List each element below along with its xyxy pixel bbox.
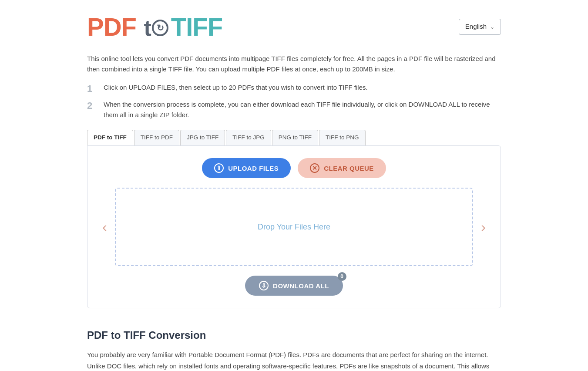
logo-tiff: TIFF bbox=[171, 8, 222, 46]
upload-label: UPLOAD FILES bbox=[228, 165, 279, 172]
clear-icon: ✕ bbox=[310, 163, 319, 173]
section-title: PDF to TIFF Conversion bbox=[87, 327, 501, 343]
clear-queue-button[interactable]: ✕ CLEAR QUEUE bbox=[298, 158, 386, 178]
drop-zone[interactable]: Drop Your Files Here bbox=[115, 188, 474, 266]
download-row: ⇩ DOWNLOAD ALL 0 bbox=[98, 276, 490, 296]
download-count-badge: 0 bbox=[338, 272, 346, 281]
site-logo: PDF t ↻ TIFF bbox=[87, 8, 222, 46]
download-icon: ⇩ bbox=[259, 281, 269, 290]
drop-zone-container: ‹ Drop Your Files Here › bbox=[98, 188, 490, 266]
description-text: This online tool lets you convert PDF do… bbox=[87, 54, 501, 74]
language-label: English bbox=[465, 22, 487, 32]
chevron-down-icon: ⌄ bbox=[490, 23, 494, 31]
tab-tiff-to-pdf[interactable]: TIFF to PDF bbox=[134, 130, 179, 145]
step-2: 2 When the conversion process is complet… bbox=[87, 99, 501, 120]
upload-icon: ⇧ bbox=[214, 163, 224, 173]
step-2-number: 2 bbox=[87, 99, 97, 113]
download-label: DOWNLOAD ALL bbox=[273, 282, 329, 290]
steps-list: 1 Click on UPLOAD FILES, then select up … bbox=[87, 82, 501, 120]
drop-zone-text: Drop Your Files Here bbox=[258, 221, 330, 233]
download-all-button[interactable]: ⇩ DOWNLOAD ALL 0 bbox=[245, 276, 343, 296]
step-1-number: 1 bbox=[87, 82, 97, 96]
logo-pdf: PDF bbox=[87, 8, 136, 46]
tab-pdf-to-tiff[interactable]: PDF to TIFF bbox=[87, 130, 133, 145]
prev-arrow-icon[interactable]: ‹ bbox=[98, 216, 111, 237]
step-1: 1 Click on UPLOAD FILES, then select up … bbox=[87, 82, 501, 96]
section-body: You probably are very familiar with Port… bbox=[87, 349, 501, 371]
tab-bar: PDF to TIFF TIFF to PDF JPG to TIFF TIFF… bbox=[87, 130, 501, 145]
next-arrow-icon[interactable]: › bbox=[477, 216, 490, 237]
step-1-text: Click on UPLOAD FILES, then select up to… bbox=[104, 82, 368, 93]
upload-files-button[interactable]: ⇧ UPLOAD FILES bbox=[202, 158, 291, 178]
language-selector[interactable]: English ⌄ bbox=[459, 19, 501, 35]
action-buttons: ⇧ UPLOAD FILES ✕ CLEAR QUEUE bbox=[98, 158, 490, 178]
tab-tiff-to-png[interactable]: TIFF to PNG bbox=[319, 130, 366, 145]
tab-jpg-to-tiff[interactable]: JPG to TIFF bbox=[180, 130, 225, 145]
step-2-text: When the conversion process is complete,… bbox=[104, 99, 501, 120]
tab-tiff-to-jpg[interactable]: TIFF to JPG bbox=[226, 130, 271, 145]
clear-label: CLEAR QUEUE bbox=[324, 165, 374, 172]
converter-box: ⇧ UPLOAD FILES ✕ CLEAR QUEUE ‹ Drop Your… bbox=[87, 145, 501, 308]
tab-png-to-tiff[interactable]: PNG to TIFF bbox=[272, 130, 318, 145]
logo-to: t ↻ bbox=[138, 11, 169, 45]
